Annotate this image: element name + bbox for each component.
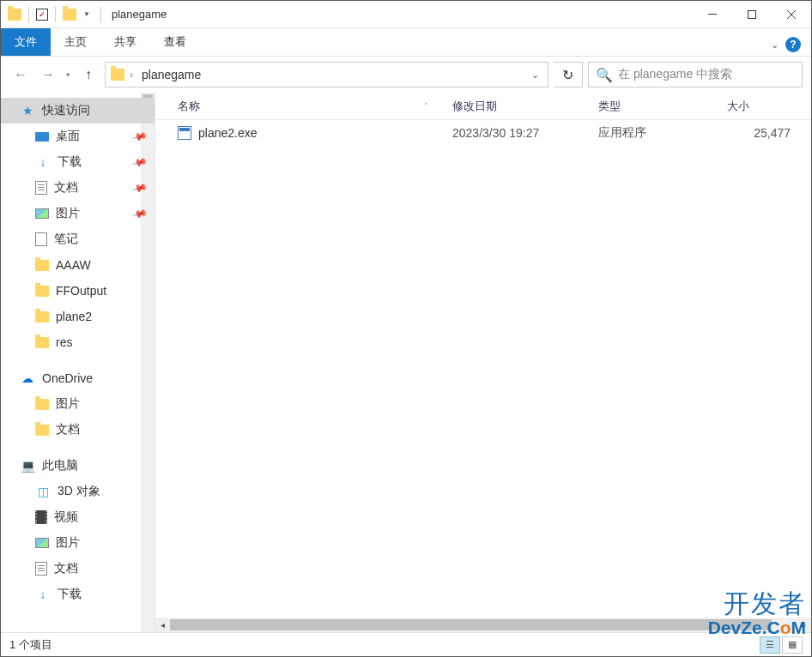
address-bar[interactable]: › planegame ⌄	[105, 62, 548, 87]
chevron-right-icon[interactable]: ›	[130, 69, 133, 81]
column-type[interactable]: 类型	[591, 99, 720, 114]
sidebar-item[interactable]: 文档	[1, 417, 155, 443]
sidebar-item[interactable]: plane2	[1, 304, 155, 329]
sidebar-label: OneDrive	[42, 371, 93, 385]
tab-share[interactable]: 共享	[100, 28, 150, 56]
tab-file[interactable]: 文件	[1, 28, 51, 56]
folder-icon	[35, 286, 49, 297]
status-bar: 1 个项目 ☰ ▦	[1, 632, 811, 656]
sidebar-item[interactable]: ↓下载📌	[1, 149, 155, 175]
sidebar-item[interactable]: ↓下载	[1, 582, 155, 607]
qat-properties-icon[interactable]: ✓	[36, 9, 48, 21]
qat-dropdown-icon[interactable]: ▼	[80, 10, 94, 18]
picture-icon	[35, 208, 49, 219]
search-placeholder: 在 planegame 中搜索	[618, 67, 732, 82]
sidebar-item[interactable]: 桌面📌	[1, 124, 155, 149]
sidebar-item[interactable]: 笔记	[1, 226, 155, 252]
pin-icon: 📌	[131, 128, 148, 145]
file-row[interactable]: plane2.exe 2023/3/30 19:27 应用程序 25,477	[155, 120, 811, 146]
sidebar-item[interactable]: 文档	[1, 556, 155, 582]
folder-icon	[35, 260, 49, 271]
scroll-left-icon[interactable]: ◂	[155, 618, 170, 632]
pc-icon: 💻	[20, 458, 35, 473]
sidebar-item-label: 图片	[56, 396, 80, 412]
sidebar-item-label: 视频	[54, 509, 78, 525]
sidebar-label: 此电脑	[42, 458, 78, 473]
pin-icon: 📌	[131, 179, 148, 196]
back-button[interactable]: ←	[9, 63, 32, 86]
star-icon: ★	[20, 103, 35, 118]
help-icon[interactable]: ?	[785, 37, 801, 52]
main-area: ★ 快速访问 桌面📌↓下载📌文档📌图片📌笔记AAAWFFOutputplane2…	[1, 93, 811, 632]
column-name[interactable]: 名称˄	[171, 99, 445, 114]
scrollbar-thumb[interactable]	[170, 619, 772, 630]
search-box[interactable]: 🔍 在 planegame 中搜索	[588, 62, 803, 87]
file-date: 2023/3/30 19:27	[445, 126, 591, 140]
sidebar-item[interactable]: AAAW	[1, 252, 155, 278]
svg-rect-0	[708, 14, 717, 15]
sidebar-item-label: 文档	[56, 422, 80, 437]
scrollbar-track[interactable]	[170, 618, 797, 632]
sidebar-item-label: 文档	[54, 180, 78, 196]
separator	[28, 7, 29, 22]
sidebar-item-label: res	[56, 335, 72, 349]
sidebar-item-label: 3D 对象	[58, 484, 100, 499]
sidebar-item[interactable]: ◫3D 对象	[1, 479, 155, 504]
folder-icon	[35, 399, 49, 410]
details-view-button[interactable]: ☰	[760, 636, 780, 654]
sidebar-item-label: 图片	[56, 535, 80, 551]
tab-home[interactable]: 主页	[51, 28, 100, 56]
sidebar-this-pc[interactable]: 💻 此电脑	[1, 453, 155, 479]
sidebar-item[interactable]: FFOutput	[1, 278, 155, 304]
tab-view[interactable]: 查看	[150, 28, 200, 56]
sidebar-item[interactable]: 图片	[1, 391, 155, 417]
maximize-button[interactable]	[732, 1, 772, 27]
sidebar-item-label: AAAW	[56, 258, 91, 272]
pin-icon: 📌	[131, 205, 148, 222]
document-icon	[35, 181, 47, 195]
sidebar-item-label: 下载	[58, 154, 82, 170]
desktop-icon	[35, 132, 49, 142]
icons-view-button[interactable]: ▦	[782, 636, 803, 654]
item-count: 1 个项目	[9, 637, 52, 653]
separator	[55, 7, 56, 22]
window-title: planegame	[112, 8, 167, 21]
column-headers: 名称˄ 修改日期 类型 大小	[155, 93, 811, 120]
sidebar-item[interactable]: 视频	[1, 504, 155, 530]
navigation-pane: ★ 快速访问 桌面📌↓下载📌文档📌图片📌笔记AAAWFFOutputplane2…	[1, 93, 155, 632]
download-icon: ↓	[35, 587, 51, 602]
folder-icon	[111, 69, 124, 81]
sidebar-item[interactable]: 图片	[1, 530, 155, 556]
forward-button[interactable]: →	[37, 63, 59, 86]
view-switcher: ☰ ▦	[760, 636, 803, 654]
file-list-pane: 名称˄ 修改日期 类型 大小 plane2.exe 2023/3/30 19:2…	[155, 93, 811, 632]
minimize-button[interactable]	[693, 1, 732, 27]
up-button[interactable]: ↑	[77, 63, 100, 86]
breadcrumb[interactable]: planegame	[138, 66, 204, 83]
sidebar-item[interactable]: res	[1, 329, 155, 355]
ribbon-expand-icon[interactable]: ⌄	[771, 39, 779, 51]
refresh-button[interactable]: ↻	[554, 62, 583, 87]
column-size[interactable]: 大小	[720, 99, 797, 114]
sidebar-item-label: FFOutput	[56, 284, 106, 298]
close-button[interactable]	[772, 1, 811, 27]
history-dropdown-icon[interactable]: ▾	[64, 70, 72, 79]
folder-icon[interactable]	[63, 9, 76, 21]
sidebar-item-label: 图片	[56, 206, 80, 221]
column-date[interactable]: 修改日期	[445, 99, 591, 114]
download-icon: ↓	[35, 154, 51, 170]
sidebar-item[interactable]: 图片📌	[1, 201, 155, 226]
nav-row: ← → ▾ ↑ › planegame ⌄ ↻ 🔍 在 planegame 中搜…	[1, 57, 811, 93]
file-type: 应用程序	[591, 125, 720, 141]
folder-icon	[35, 425, 49, 436]
sidebar-item[interactable]: 文档📌	[1, 175, 155, 201]
sidebar-onedrive[interactable]: ☁ OneDrive	[1, 365, 155, 391]
ribbon-tabs: 文件 主页 共享 查看 ⌄ ?	[1, 28, 811, 57]
horizontal-scrollbar[interactable]: ◂ ▸	[155, 618, 811, 632]
folder-icon	[35, 337, 49, 348]
document-icon	[35, 562, 47, 576]
sidebar-quick-access[interactable]: ★ 快速访问	[1, 98, 155, 124]
address-dropdown-icon[interactable]: ⌄	[528, 66, 542, 84]
scroll-right-icon[interactable]: ▸	[797, 618, 811, 632]
sidebar-item-label: 下载	[58, 587, 82, 602]
